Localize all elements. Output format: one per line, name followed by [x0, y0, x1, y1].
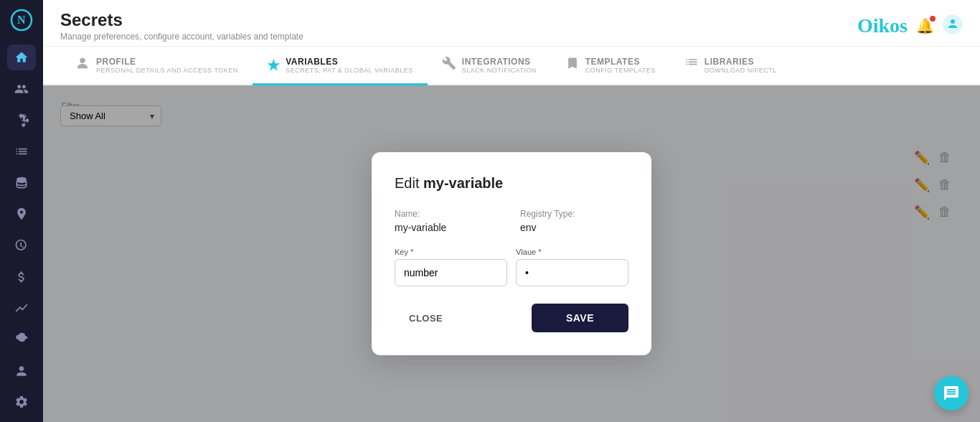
- sidebar-item-settings[interactable]: [7, 389, 36, 415]
- modal-title: Edit my-variable: [395, 175, 628, 192]
- modal-name-value: my-variable: [395, 222, 503, 233]
- tab-profile-icon: [75, 55, 90, 75]
- tab-templates-icon: [565, 56, 580, 74]
- tab-integrations-icon: [442, 56, 456, 74]
- notification-badge: [928, 14, 937, 23]
- tab-integrations[interactable]: INTEGRATIONS SLACK NOTIFICATION: [428, 47, 551, 85]
- value-label: Vlaue *: [516, 248, 628, 256]
- tab-profile[interactable]: PROFILE PERSONAL DETAILS AND ACCESS TOKE…: [60, 47, 253, 85]
- tab-variables[interactable]: ★ VARIABLES SECRETS, PAT & GLOBAL VARIAB…: [253, 47, 428, 85]
- sidebar-logo: N: [7, 7, 36, 33]
- sidebar-item-location[interactable]: [7, 201, 36, 227]
- sidebar-item-analytics[interactable]: [7, 233, 36, 258]
- sidebar: N: [0, 0, 43, 422]
- notification-wrap: 🔔: [916, 17, 934, 34]
- tab-integrations-text: INTEGRATIONS SLACK NOTIFICATION: [462, 57, 537, 74]
- modal-name-field: Name: my-variable: [395, 209, 503, 233]
- value-input-wrap: Vlaue *: [516, 248, 628, 286]
- tab-templates-text: TEMPLATES CONFIG TEMPLATES: [585, 57, 656, 74]
- tab-profile-text: PROFILE PERSONAL DETAILS AND ACCESS TOKE…: [96, 57, 238, 74]
- sidebar-item-charts[interactable]: [7, 295, 36, 321]
- modal-registry-value: env: [520, 222, 628, 233]
- header: Secrets Manage preferences, configure ac…: [43, 0, 980, 47]
- tab-libraries-icon: [684, 56, 699, 74]
- sidebar-item-table[interactable]: [7, 139, 36, 164]
- header-left: Secrets Manage preferences, configure ac…: [60, 10, 303, 42]
- svg-text:N: N: [17, 14, 26, 26]
- page-subtitle: Manage preferences, configure account, v…: [60, 32, 303, 42]
- header-right: Oikos 🔔: [857, 14, 963, 38]
- modal-title-prefix: Edit: [395, 175, 423, 191]
- modal-title-variable: my-variable: [423, 175, 503, 191]
- modal-registry-label: Registry Type:: [520, 209, 628, 219]
- main-content: Secrets Manage preferences, configure ac…: [43, 0, 980, 422]
- chat-bubble[interactable]: [934, 376, 969, 411]
- key-label: Key *: [395, 248, 507, 256]
- tab-templates[interactable]: TEMPLATES CONFIG TEMPLATES: [551, 47, 670, 85]
- user-avatar-icon[interactable]: [943, 14, 963, 38]
- value-input[interactable]: [516, 259, 628, 286]
- key-input-wrap: Key *: [395, 248, 507, 286]
- close-button[interactable]: CLOSE: [395, 306, 457, 331]
- tab-libraries[interactable]: LIBRARIES DOWNLOAD NIFECTL: [670, 47, 791, 85]
- edit-variable-modal: Edit my-variable Name: my-variable Regis…: [372, 152, 651, 355]
- save-button[interactable]: SAVE: [532, 304, 628, 332]
- sidebar-item-home[interactable]: [7, 44, 36, 70]
- sidebar-item-billing[interactable]: [7, 264, 36, 290]
- sidebar-item-database[interactable]: [7, 170, 36, 196]
- modal-overlay: Edit my-variable Name: my-variable Regis…: [43, 85, 980, 422]
- sidebar-item-team[interactable]: [7, 358, 36, 384]
- sidebar-item-tools[interactable]: [7, 327, 36, 352]
- content-area: Filter Show All Secrets Global Variables…: [43, 85, 980, 422]
- modal-input-group: Key * Vlaue *: [395, 248, 628, 286]
- tab-variables-text: VARIABLES SECRETS, PAT & GLOBAL VARIABLE…: [286, 57, 413, 74]
- svg-point-2: [943, 15, 962, 34]
- tab-libraries-text: LIBRARIES DOWNLOAD NIFECTL: [705, 57, 777, 74]
- key-input[interactable]: [395, 259, 507, 286]
- modal-info-row: Name: my-variable Registry Type: env: [395, 209, 628, 233]
- modal-actions: CLOSE SAVE: [395, 304, 628, 332]
- sidebar-item-users[interactable]: [7, 76, 36, 102]
- tab-variables-icon: ★: [267, 57, 281, 74]
- sidebar-item-branches[interactable]: [7, 107, 36, 133]
- svg-point-3: [80, 58, 85, 63]
- page-title: Secrets: [60, 10, 303, 30]
- modal-registry-field: Registry Type: env: [520, 209, 628, 233]
- brand-name: Oikos: [857, 14, 908, 37]
- tabs-bar: PROFILE PERSONAL DETAILS AND ACCESS TOKE…: [43, 47, 980, 85]
- modal-name-label: Name:: [395, 209, 503, 219]
